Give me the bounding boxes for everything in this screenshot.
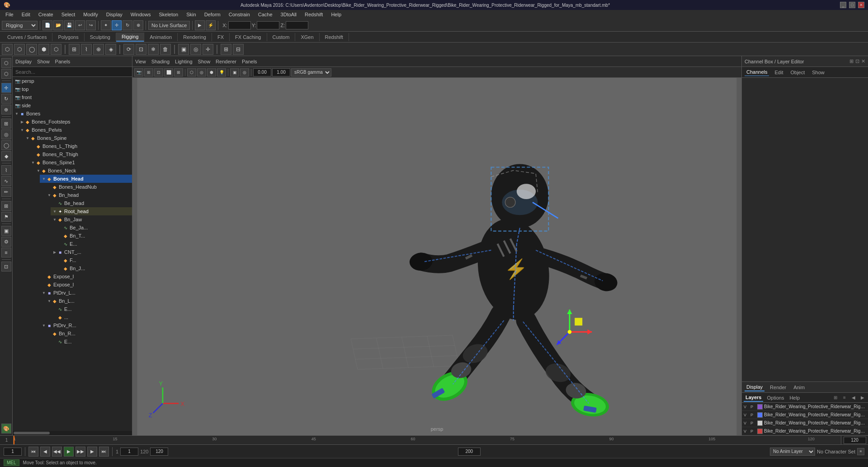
z-input[interactable] bbox=[286, 21, 308, 29]
menu-cache[interactable]: Cache bbox=[255, 11, 276, 18]
tree-item-persp[interactable]: 📷 persp bbox=[13, 77, 132, 85]
rigging-mode-dropdown[interactable]: Rigging Modeling Animation bbox=[2, 21, 38, 30]
menu-redshift[interactable]: Redshift bbox=[301, 11, 326, 18]
annotation-left[interactable]: ⚑ bbox=[1, 212, 11, 222]
exposure-input[interactable] bbox=[272, 68, 290, 76]
tree-item-bn-t[interactable]: ▶ ◆ Bn_T... bbox=[56, 232, 132, 240]
current-frame-input[interactable] bbox=[4, 448, 22, 456]
menu-deform[interactable]: Deform bbox=[201, 11, 224, 18]
close-icon[interactable]: ✕ bbox=[861, 58, 865, 64]
menu-skeleton[interactable]: Skeleton bbox=[155, 11, 182, 18]
rotate-tool-button[interactable]: ↻ bbox=[123, 20, 132, 30]
playback-start-input[interactable] bbox=[120, 448, 138, 456]
vp-texture-button[interactable]: ⬢ bbox=[207, 68, 216, 76]
timeline[interactable]: 1 1 15 30 45 60 75 90 105 120 bbox=[0, 435, 868, 444]
tree-item-ptdrv-r[interactable]: ▼ ■ PtDrv_R... bbox=[40, 321, 132, 329]
snap-to-curve-icon[interactable]: ⌇ bbox=[81, 44, 92, 55]
vp-camera-button[interactable]: 📷 bbox=[134, 68, 143, 76]
menu-display[interactable]: Display bbox=[103, 11, 126, 18]
menu-select[interactable]: Select bbox=[58, 11, 79, 18]
tab-show[interactable]: Show bbox=[810, 69, 826, 76]
float-icon[interactable]: ⊡ bbox=[855, 58, 859, 64]
ep-curve-left[interactable]: ∿ bbox=[1, 176, 11, 186]
layer-new-button[interactable]: ⊞ bbox=[832, 394, 839, 401]
tree-item-bones-l-thigh[interactable]: ▶ ◆ Bones_L_Thigh bbox=[29, 142, 132, 150]
tab-rigging[interactable]: Rigging bbox=[116, 33, 144, 42]
tree-item-bn-l[interactable]: ▼ ◆ Bn_L... bbox=[45, 297, 132, 305]
tree-item-f1[interactable]: ▶ ◆ F... bbox=[56, 256, 132, 264]
outliner-scroll-thumb[interactable] bbox=[14, 432, 50, 434]
soft-select-icon[interactable]: ⬡ bbox=[51, 44, 61, 55]
tree-item-top[interactable]: 📷 top bbox=[13, 85, 132, 93]
tree-item-be-head[interactable]: ▶ ∿ Be_head bbox=[51, 199, 132, 207]
select-by-component-icon[interactable]: ⬡ bbox=[14, 44, 25, 55]
tab-fx-caching[interactable]: FX Caching bbox=[230, 33, 267, 41]
tree-item-bones-pelvis[interactable]: ▼ ◆ Bones_Pelvis bbox=[18, 126, 132, 134]
play-fwd-button[interactable]: ▶▶ bbox=[75, 447, 85, 457]
vp-overscan-button[interactable]: ⬜ bbox=[164, 68, 173, 76]
tree-item-bones-r-thigh[interactable]: ▶ ◆ Bones_R_Thigh bbox=[29, 150, 132, 158]
paint-weights-button[interactable]: ⬡ bbox=[1, 69, 11, 79]
tab-anim-layers[interactable]: Anim bbox=[792, 384, 807, 391]
menu-3dtoall[interactable]: 3DtoAll bbox=[277, 11, 300, 18]
delete-history-icon[interactable]: 🗑 bbox=[160, 44, 171, 55]
tree-item-bones-spine1[interactable]: ▼ ◆ Bones_Spine1 bbox=[29, 158, 132, 167]
tree-item-be-jaw[interactable]: ▶ ∿ Be_Ja... bbox=[56, 224, 132, 232]
vp-film-gate-button[interactable]: ⊞ bbox=[144, 68, 153, 76]
anim-layer-select[interactable]: No Anim Layer bbox=[770, 448, 815, 456]
rotate-tool-left[interactable]: ↻ bbox=[1, 94, 11, 104]
history-icon[interactable]: ⟳ bbox=[123, 44, 134, 55]
tree-item-bn-r[interactable]: ▶ ◆ Bn_R... bbox=[45, 329, 132, 338]
menu-create[interactable]: Create bbox=[35, 11, 57, 18]
menu-skin[interactable]: Skin bbox=[183, 11, 199, 18]
lasso-select-icon[interactable]: ◯ bbox=[26, 44, 37, 55]
sub-tab-layers[interactable]: Layers bbox=[744, 394, 763, 402]
tab-redshift[interactable]: Redshift bbox=[320, 33, 349, 41]
playback-end-input[interactable] bbox=[150, 448, 168, 456]
view-menu[interactable]: View bbox=[135, 59, 146, 64]
tab-animation[interactable]: Animation bbox=[144, 33, 178, 41]
sculpt-left[interactable]: ◯ bbox=[1, 140, 11, 150]
isolate-icon[interactable]: ◎ bbox=[190, 44, 201, 55]
lighting-menu[interactable]: Lighting bbox=[175, 59, 193, 64]
tree-item-side[interactable]: 📷 side bbox=[13, 101, 132, 110]
vp-wireframe-button[interactable]: ⬡ bbox=[187, 68, 196, 76]
tool-settings-left[interactable]: ⚙ bbox=[1, 237, 11, 247]
tree-item-root-head[interactable]: ▼ ✦ Root_head bbox=[51, 207, 132, 215]
show-manipulator-icon[interactable]: ✛ bbox=[203, 44, 213, 55]
menu-constrain[interactable]: Constrain bbox=[225, 11, 254, 18]
tab-object[interactable]: Object bbox=[788, 69, 807, 76]
outliner-scrollbar[interactable] bbox=[13, 431, 132, 435]
tree-item-e3[interactable]: ▶ ∿ E... bbox=[51, 338, 132, 346]
scale-tool-left[interactable]: ⊕ bbox=[1, 105, 11, 114]
snap-to-grid-icon[interactable]: ⊞ bbox=[69, 44, 80, 55]
save-scene-button[interactable]: 💾 bbox=[64, 20, 74, 30]
play-back-button[interactable]: ◀◀ bbox=[52, 447, 62, 457]
step-forward-button[interactable]: ▶ bbox=[87, 447, 97, 457]
renderer-menu[interactable]: Renderer bbox=[216, 59, 236, 64]
freeze-transform-icon[interactable]: ❄ bbox=[148, 44, 159, 55]
outliner-panels-menu[interactable]: Panels bbox=[55, 59, 71, 64]
align-plus-icon[interactable]: ⊞ bbox=[221, 44, 231, 55]
joint-tool-left[interactable]: ◆ bbox=[1, 151, 11, 161]
align-minus-icon[interactable]: ⊟ bbox=[233, 44, 244, 55]
menu-edit[interactable]: Edit bbox=[18, 11, 34, 18]
open-scene-button[interactable]: 📂 bbox=[53, 20, 63, 30]
layer-next-button[interactable]: ▶ bbox=[859, 394, 866, 401]
maximize-button[interactable]: □ bbox=[849, 2, 855, 8]
tree-item-e2[interactable]: ▶ ∿ E... bbox=[51, 305, 132, 313]
vp-xray-button[interactable]: ▣ bbox=[230, 68, 239, 76]
expand-icon[interactable]: ⊞ bbox=[849, 58, 854, 64]
manipulator-tool-left[interactable]: ⊞ bbox=[1, 119, 11, 129]
hotbox-left[interactable]: ⊡ bbox=[1, 262, 11, 272]
tree-item-e1[interactable]: ▶ ∿ E... bbox=[56, 240, 132, 248]
xray-icon[interactable]: ▣ bbox=[178, 44, 189, 55]
display-colors-button[interactable]: 🎨 bbox=[1, 424, 11, 434]
show-menu[interactable]: Show bbox=[198, 59, 211, 64]
tree-item-expose-l2[interactable]: ▶ ◆ Expose_l bbox=[40, 281, 132, 289]
paint-select-icon[interactable]: ⬢ bbox=[38, 44, 49, 55]
panels-menu[interactable]: Panels bbox=[242, 59, 257, 64]
tab-channels[interactable]: Channels bbox=[745, 68, 769, 76]
minimize-button[interactable]: _ bbox=[840, 2, 846, 8]
tab-fx[interactable]: FX bbox=[212, 33, 230, 41]
